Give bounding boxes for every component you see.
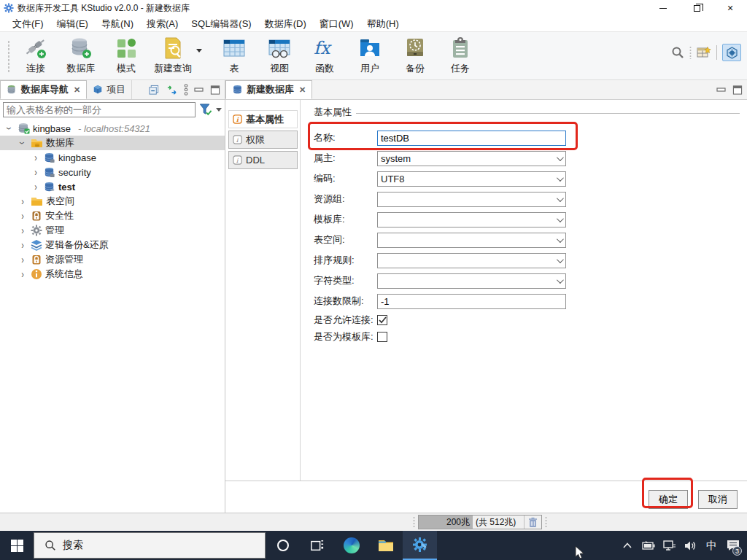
tab-projects[interactable]: 项目 [87, 80, 132, 99]
ctype-select[interactable] [377, 273, 566, 289]
side-tab-basic-properties[interactable]: i 基本属性 [228, 110, 298, 128]
tree-item-security-node[interactable]: › 安全性 [0, 209, 225, 223]
tab-new-database[interactable]: 新建数据库 ✕ [225, 80, 312, 99]
menu-database[interactable]: 数据库(D) [258, 16, 313, 32]
field-row-resource-group: 资源组: [314, 189, 740, 209]
user-button[interactable]: 用户 [347, 35, 392, 77]
network-icon[interactable] [659, 531, 679, 560]
new-database-button[interactable]: 数据库 [58, 35, 104, 77]
cortana-button[interactable] [266, 531, 300, 560]
owner-select[interactable]: system [377, 151, 566, 166]
filter-funnel-icon[interactable] [198, 103, 213, 117]
new-query-dropdown[interactable] [194, 49, 204, 52]
close-window-button[interactable]: × [713, 0, 747, 16]
new-database-form: i 基本属性 i 权限 i DDL 基本属性 名 [225, 100, 747, 481]
tree-item-resource-management[interactable]: › 资源管理 [0, 252, 225, 267]
kstudio-taskbar-icon[interactable] [403, 531, 437, 560]
run-garbage-collector-button[interactable] [524, 516, 541, 529]
start-button[interactable] [0, 531, 34, 560]
allow-connect-checkbox[interactable] [377, 315, 387, 325]
new-query-button[interactable]: 新建查询 [149, 35, 197, 77]
menu-navigate[interactable]: 导航(N) [95, 16, 140, 32]
tree-label: kingbase [33, 123, 71, 134]
is-template-checkbox[interactable] [377, 332, 387, 342]
menu-file[interactable]: 文件(F) [6, 16, 50, 32]
maximize-view-icon[interactable] [210, 85, 220, 95]
table-button[interactable]: 表 [212, 35, 257, 77]
task-button[interactable]: 任务 [438, 35, 483, 77]
backup-button[interactable]: 备份 [392, 35, 438, 77]
toolbar-label: 备份 [406, 62, 425, 75]
collapse-all-icon[interactable] [148, 85, 160, 96]
side-tab-permissions[interactable]: i 权限 [228, 131, 298, 149]
schema-button[interactable]: 模式 [104, 35, 149, 77]
tree-item-db-test[interactable]: › test [0, 179, 225, 194]
view-menu-icon[interactable] [184, 84, 188, 96]
notification-count-badge: 3 [732, 546, 742, 556]
maximize-view-icon[interactable] [732, 85, 743, 95]
cancel-button[interactable]: 取消 [698, 490, 738, 509]
tree-item-logical-backup[interactable]: › 逻辑备份&还原 [0, 238, 225, 252]
edge-browser-icon[interactable] [334, 531, 368, 560]
filter-dropdown-icon[interactable] [216, 108, 222, 112]
open-perspective-icon[interactable] [697, 46, 711, 59]
table-filter-input[interactable] [3, 102, 196, 117]
ime-indicator[interactable]: 中 [702, 531, 721, 560]
windows-taskbar: 搜索 中 3 [0, 531, 747, 560]
tab-label: 数据库导航 [21, 83, 69, 96]
file-explorer-icon[interactable] [368, 531, 403, 560]
connection-limit-input[interactable] [381, 296, 562, 307]
restore-window-button[interactable] [680, 0, 713, 16]
tab-database-navigator[interactable]: 数据库导航 ✕ [0, 80, 87, 99]
name-input[interactable] [381, 133, 562, 144]
field-row-collation: 排序规则: [314, 250, 740, 271]
taskbar-search-box[interactable]: 搜索 [34, 532, 266, 559]
task-view-button[interactable] [300, 531, 334, 560]
tree-item-databases[interactable]: › 数据库 [0, 136, 225, 150]
info-tab-icon: i [233, 114, 242, 124]
menu-search[interactable]: 搜索(A) [140, 16, 185, 32]
function-button[interactable]: fx 函数 [302, 35, 347, 77]
new-connection-button[interactable]: 连接 [13, 35, 58, 77]
menu-sql-editor[interactable]: SQL编辑器(S) [185, 16, 258, 32]
tree-item-connection[interactable]: › kingbase - localhost:54321 [0, 121, 225, 136]
kstudio-perspective-button[interactable] [722, 44, 741, 61]
menu-bar: 文件(F) 编辑(E) 导航(N) 搜索(A) SQL编辑器(S) 数据库(D)… [0, 16, 747, 32]
user-icon [357, 36, 382, 60]
collation-select[interactable] [377, 253, 566, 268]
tree-item-db-kingbase[interactable]: › kingbase [0, 150, 225, 165]
link-editor-icon[interactable] [166, 85, 178, 95]
encoding-select[interactable]: UTF8 [377, 171, 566, 187]
tablespace-select[interactable] [377, 233, 566, 248]
volume-icon[interactable] [681, 531, 700, 560]
view-button[interactable]: 视图 [257, 35, 302, 77]
minimize-view-icon[interactable] [194, 85, 204, 94]
action-center-icon[interactable]: 3 [723, 531, 743, 560]
minimize-view-icon[interactable] [716, 85, 727, 94]
resource-group-select[interactable] [377, 192, 566, 207]
menu-help[interactable]: 帮助(H) [360, 16, 406, 32]
connection-new-icon [23, 36, 48, 60]
minimize-window-button[interactable] [646, 0, 680, 16]
tree-item-tablespace[interactable]: › 表空间 [0, 194, 225, 209]
menu-window[interactable]: 窗口(W) [313, 16, 360, 32]
tree-item-db-security[interactable]: › security [0, 165, 225, 179]
tray-expand-chevron[interactable] [617, 531, 637, 560]
tab-label: 新建数据库 [247, 83, 294, 96]
side-tab-label: DDL [246, 155, 265, 166]
close-tab-icon[interactable]: ✕ [299, 85, 306, 95]
side-tab-ddl[interactable]: i DDL [228, 151, 298, 169]
tree-item-management[interactable]: › 管理 [0, 223, 225, 238]
search-icon[interactable] [671, 46, 684, 59]
template-db-select[interactable] [377, 212, 566, 228]
menu-edit[interactable]: 编辑(E) [50, 16, 95, 32]
new-database-tab-icon [232, 85, 243, 95]
power-battery-icon[interactable] [638, 531, 658, 560]
info-tab-icon: i [233, 155, 242, 165]
toolbar-label: 模式 [117, 62, 136, 75]
toolbar-divider [716, 45, 717, 60]
ok-button[interactable]: 确定 [649, 490, 688, 509]
close-tab-icon[interactable]: ✕ [74, 85, 80, 95]
encoding-value: UTF8 [381, 174, 405, 184]
tree-item-system-info[interactable]: › 系统信息 [0, 267, 225, 281]
